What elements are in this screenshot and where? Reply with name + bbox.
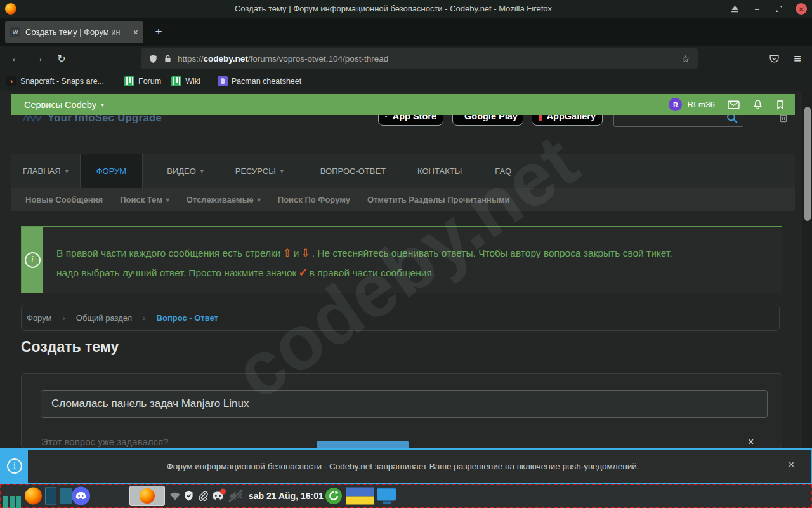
services-menu[interactable]: Сервисы Codeby ▾ bbox=[24, 100, 104, 110]
check-icon: ✓ bbox=[296, 267, 309, 279]
bookmark-wiki[interactable]: Wiki bbox=[171, 76, 200, 86]
breadcrumb-section[interactable]: Общий раздел bbox=[76, 313, 132, 323]
screen: Создать тему | Форум информационной безо… bbox=[0, 0, 812, 508]
chevron-down-icon: ▾ bbox=[65, 168, 69, 175]
window-titlebar: Создать тему | Форум информационной безо… bbox=[0, 0, 812, 18]
chevron-down-icon: ▾ bbox=[166, 196, 169, 203]
page-close-icon[interactable]: × bbox=[748, 436, 754, 448]
pacman-icon bbox=[218, 76, 228, 86]
subnav-watched[interactable]: Отслеживаемые▾ bbox=[187, 195, 261, 204]
username: RLm36 bbox=[687, 100, 715, 109]
close-icon: × bbox=[799, 5, 804, 13]
firefox-launcher-icon[interactable] bbox=[25, 488, 42, 505]
messages-envelope-icon[interactable] bbox=[728, 100, 740, 109]
avatar: R bbox=[669, 98, 682, 111]
chevron-down-icon: ▾ bbox=[101, 101, 104, 108]
browser-tab[interactable]: W Создать тему | Форум ин × bbox=[5, 21, 143, 43]
virtual-desktop-pager[interactable] bbox=[45, 488, 72, 505]
firefox-logo-icon bbox=[5, 3, 16, 15]
breadcrumb-current[interactable]: Вопрос - Ответ bbox=[157, 313, 218, 323]
ukraine-flag-icon[interactable] bbox=[346, 488, 374, 505]
forward-button[interactable]: → bbox=[30, 51, 47, 66]
bookmarks-separator bbox=[209, 76, 209, 86]
breadcrumb: Форум › Общий раздел › Вопрос - Ответ bbox=[21, 305, 780, 331]
firefox-logo-icon bbox=[140, 488, 155, 504]
firefox-task-button[interactable] bbox=[129, 486, 165, 506]
tab-title: Создать тему | Форум ин bbox=[25, 27, 132, 37]
tracking-shield-icon[interactable] bbox=[148, 54, 158, 64]
maximize-button[interactable] bbox=[773, 3, 785, 15]
taskbar: sab 21 Aŭg, 16:01 bbox=[0, 484, 812, 508]
bookmark-snapcraft[interactable]: › Snapcraft - Snaps are... bbox=[6, 76, 104, 86]
chevron-down-icon: ▾ bbox=[258, 196, 261, 203]
paperclip-tray-icon[interactable] bbox=[198, 491, 208, 501]
bookmark-pacman-cheatsheet[interactable]: Pacman cheatsheet bbox=[218, 76, 302, 86]
scrollbar-thumb[interactable] bbox=[804, 107, 811, 221]
lock-icon[interactable] bbox=[164, 54, 171, 64]
nav-item-home[interactable]: ГЛАВНАЯ ▾ bbox=[11, 154, 81, 188]
breadcrumb-forum[interactable]: Форум bbox=[27, 313, 52, 323]
minimize-button[interactable]: − bbox=[751, 3, 763, 15]
thread-title-input[interactable] bbox=[41, 390, 768, 418]
nav-item-contacts[interactable]: КОНТАКТЫ bbox=[406, 154, 473, 188]
nav-item-qa[interactable]: ВОПРОС-ОТВЕТ bbox=[309, 154, 397, 188]
notification-text: Форум информационной безопасности - Code… bbox=[33, 450, 773, 483]
main-navigation: ГЛАВНАЯ ▾ ФОРУМ ВИДЕО ▾ РЕСУРСЫ ▾ ВОПРОС… bbox=[11, 154, 795, 188]
discord-launcher-icon[interactable] bbox=[72, 487, 90, 505]
bookmarks-toolbar: › Snapcraft - Snaps are... Forum Wiki Pa… bbox=[0, 71, 812, 91]
info-icon: i bbox=[7, 458, 22, 474]
down-arrow-icon: ⇩ bbox=[299, 247, 311, 259]
notice-text: В правой части каждого сообщения есть ст… bbox=[56, 243, 769, 283]
notification-close-icon[interactable]: × bbox=[789, 459, 794, 471]
eject-icon bbox=[731, 6, 739, 13]
updates-tray-icon[interactable] bbox=[325, 488, 342, 504]
tab-close-icon[interactable]: × bbox=[133, 27, 138, 37]
menu-hamburger-icon[interactable]: ≡ bbox=[789, 51, 806, 66]
watched-bookmark-icon[interactable] bbox=[776, 100, 785, 110]
user-account[interactable]: R RLm36 bbox=[669, 98, 715, 111]
manjaro-icon bbox=[171, 76, 181, 86]
muted-speaker-icon[interactable] bbox=[227, 490, 244, 503]
manjaro-icon bbox=[124, 76, 134, 86]
notification-bar: i Форум информационной безопасности - Co… bbox=[0, 448, 812, 484]
subnav-mark-read[interactable]: Отметить Разделы Прочитанными bbox=[367, 195, 510, 204]
question-label: Этот вопрос уже задавался? bbox=[41, 436, 169, 447]
subnav-search-forum[interactable]: Поиск По Форуму bbox=[278, 195, 350, 204]
shield-tray-icon[interactable] bbox=[184, 491, 193, 502]
chevron-right-icon: › bbox=[63, 313, 65, 323]
info-notice: i В правой части каждого сообщения есть … bbox=[21, 226, 782, 293]
submit-button[interactable] bbox=[317, 441, 409, 448]
chevron-right-icon: › bbox=[143, 313, 145, 323]
back-button[interactable]: ← bbox=[8, 51, 24, 66]
pocket-icon[interactable] bbox=[766, 51, 782, 66]
info-icon: i bbox=[25, 252, 41, 268]
page-viewport: codeby.net Сервисы Codeby ▾ R RLm36 bbox=[0, 91, 812, 448]
create-thread-form: Этот вопрос уже задавался? bbox=[21, 373, 782, 448]
reload-button[interactable]: ↻ bbox=[53, 51, 70, 66]
clock[interactable]: sab 21 Aŭg, 16:01 bbox=[249, 491, 324, 501]
chevron-down-icon: ▾ bbox=[200, 168, 204, 175]
up-arrow-icon: ⇧ bbox=[281, 247, 294, 259]
bookmark-forum[interactable]: Forum bbox=[124, 76, 161, 86]
discord-tray-icon[interactable] bbox=[211, 491, 225, 502]
alerts-bell-icon[interactable] bbox=[752, 99, 763, 110]
bookmark-star-icon[interactable]: ☆ bbox=[681, 53, 690, 65]
new-tab-button[interactable]: + bbox=[150, 23, 167, 41]
nav-item-video[interactable]: ВИДЕО ▾ bbox=[155, 154, 215, 188]
window-title: Создать тему | Форум информационной безо… bbox=[76, 0, 710, 18]
chevron-down-icon: ▾ bbox=[280, 168, 284, 175]
scrollbar-track[interactable] bbox=[802, 91, 812, 448]
notification-accent: i bbox=[1, 450, 28, 483]
shade-window-button[interactable] bbox=[729, 3, 740, 15]
navigation-toolbar: ← → ↻ https://codeby.net/forums/vopros-o… bbox=[0, 46, 812, 71]
subnav-new-posts[interactable]: Новые Сообщения bbox=[25, 195, 103, 204]
subnav-search-threads[interactable]: Поиск Тем▾ bbox=[120, 195, 169, 204]
url-bar[interactable]: https://codeby.net/forums/vopros-otvet.1… bbox=[141, 48, 698, 69]
nav-item-forum[interactable]: ФОРУМ bbox=[81, 154, 143, 188]
nav-item-faq[interactable]: FAQ bbox=[483, 154, 523, 188]
nav-item-resources[interactable]: РЕСУРСЫ ▾ bbox=[224, 154, 295, 188]
wifi-tray-icon[interactable] bbox=[169, 491, 181, 501]
close-window-button[interactable]: × bbox=[796, 3, 807, 15]
display-tray-icon[interactable] bbox=[377, 488, 397, 505]
url-text[interactable]: https://codeby.net/forums/vopros-otvet.1… bbox=[178, 54, 676, 64]
